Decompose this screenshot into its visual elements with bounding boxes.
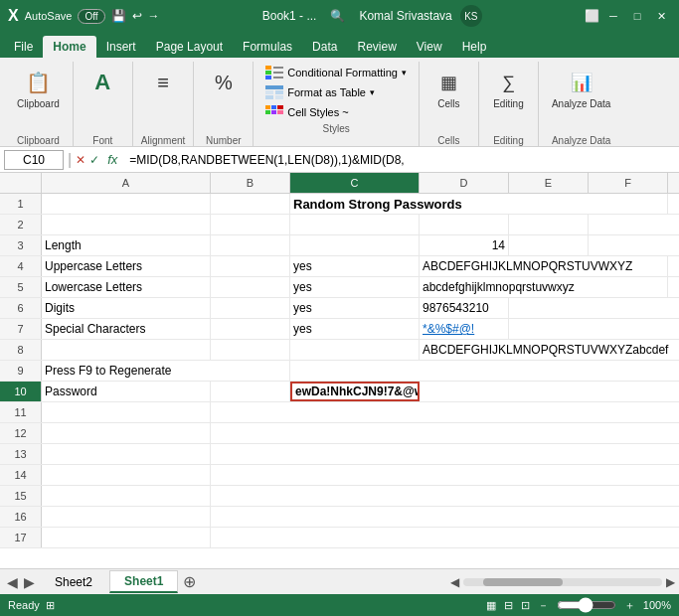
maximize-button[interactable]: □ [627, 6, 647, 26]
cell-a10[interactable]: Password [42, 382, 211, 401]
autosave-toggle[interactable]: Off [78, 9, 104, 24]
tab-review[interactable]: Review [347, 36, 406, 58]
row-num-14[interactable]: 14 [0, 465, 42, 485]
cell-a8[interactable] [42, 340, 211, 360]
horizontal-scroll-right[interactable]: ▶ [666, 575, 675, 589]
cell-a13[interactable] [42, 444, 211, 464]
view-preview-icon[interactable]: ⊡ [521, 599, 530, 612]
cell-c4[interactable]: yes [290, 256, 420, 276]
cell-c3[interactable] [290, 235, 420, 255]
cell-a5[interactable]: Lowercase Letters [42, 277, 211, 297]
format-as-table-button[interactable]: Format as Table ▾ [261, 83, 411, 101]
tab-view[interactable]: View [407, 36, 452, 58]
row-num-2[interactable]: 2 [0, 215, 42, 234]
row-num-9[interactable]: 9 [0, 361, 42, 381]
cell-e3[interactable] [509, 235, 589, 255]
cell-a4[interactable]: Uppercase Letters [42, 256, 211, 276]
cell-a2[interactable] [42, 215, 211, 234]
tab-sheet1[interactable]: Sheet1 [109, 570, 178, 593]
cell-d6[interactable]: 9876543210 [420, 298, 509, 318]
search-icon[interactable]: 🔍 [330, 9, 345, 23]
cell-b6[interactable] [211, 298, 290, 318]
tab-page-layout[interactable]: Page Layout [146, 36, 233, 58]
cell-b1[interactable] [211, 194, 290, 214]
cell-a14[interactable] [42, 465, 211, 485]
row-num-7[interactable]: 7 [0, 319, 42, 339]
save-icon[interactable]: 💾 [111, 9, 126, 23]
horizontal-scroll-left[interactable]: ◀ [450, 575, 459, 589]
col-header-a[interactable]: A [42, 173, 211, 193]
cell-a9[interactable]: Press F9 to Regenerate [42, 361, 290, 381]
row-num-17[interactable]: 17 [0, 528, 42, 547]
cell-a3[interactable]: Length [42, 235, 211, 255]
scrollbar-thumb[interactable] [483, 578, 563, 586]
formula-input[interactable] [125, 153, 675, 167]
cell-d8[interactable]: ABCDEFGHIJKLMNOPQRSTUVWXYZabcdef [420, 340, 679, 360]
cell-a12[interactable] [42, 423, 211, 443]
confirm-formula-icon[interactable]: ✓ [89, 153, 99, 167]
cell-b2[interactable] [211, 215, 290, 234]
cell-a17[interactable] [42, 528, 211, 547]
cell-a6[interactable]: Digits [42, 298, 211, 318]
cell-d7[interactable]: *&%$#@! [420, 319, 509, 339]
cell-a15[interactable] [42, 486, 211, 506]
row-num-16[interactable]: 16 [0, 507, 42, 527]
row-num-8[interactable]: 8 [0, 340, 42, 360]
row-num-5[interactable]: 5 [0, 277, 42, 297]
tab-insert[interactable]: Insert [96, 36, 146, 58]
cell-d4[interactable]: ABCDEFGHIJKLMNOPQRSTUVWXYZ [420, 256, 668, 276]
minimize-button[interactable]: ─ [603, 6, 623, 26]
cell-d3[interactable]: 14 [420, 235, 509, 255]
alignment-button[interactable]: ≡ [142, 64, 184, 101]
cell-c5[interactable]: yes [290, 277, 420, 297]
cell-b10[interactable] [211, 382, 290, 401]
name-box[interactable] [4, 150, 64, 170]
cell-styles-button[interactable]: Cell Styles ~ [261, 103, 411, 121]
cell-c2[interactable] [290, 215, 420, 234]
add-sheet-button[interactable]: ⊕ [178, 572, 201, 591]
col-header-e[interactable]: E [509, 173, 589, 193]
clipboard-button[interactable]: 📋 Clipboard [12, 64, 65, 112]
close-button[interactable]: ✕ [651, 6, 671, 26]
zoom-in-icon[interactable]: ＋ [624, 598, 635, 613]
row-num-13[interactable]: 13 [0, 444, 42, 464]
cell-d5[interactable]: abcdefghijklmnopqrstuvwxyz [420, 277, 668, 297]
cells-button[interactable]: ▦ Cells [427, 64, 469, 112]
cell-c10[interactable]: ewDa!NhkCJN9!7&@wS [290, 382, 420, 401]
tab-home[interactable]: Home [43, 36, 95, 58]
row-num-4[interactable]: 4 [0, 256, 42, 276]
font-button[interactable]: A [82, 64, 123, 101]
analyze-button[interactable]: 📊 Analyze Data [547, 64, 615, 112]
cell-b7[interactable] [211, 319, 290, 339]
col-header-c[interactable]: C [290, 173, 420, 193]
redo-icon[interactable]: → [148, 9, 160, 23]
row-num-12[interactable]: 12 [0, 423, 42, 443]
sheet-nav-left[interactable]: ◀ [4, 574, 21, 590]
row-num-10[interactable]: 10 [0, 382, 42, 401]
tab-formulas[interactable]: Formulas [233, 36, 302, 58]
row-num-3[interactable]: 3 [0, 235, 42, 255]
cell-a7[interactable]: Special Characters [42, 319, 211, 339]
tab-help[interactable]: Help [452, 36, 497, 58]
col-header-g[interactable]: G [668, 173, 679, 193]
cancel-formula-icon[interactable]: ✕ [76, 153, 85, 167]
cell-b3[interactable] [211, 235, 290, 255]
editing-button[interactable]: ∑ Editing [487, 64, 529, 112]
col-header-b[interactable]: B [211, 173, 290, 193]
cell-c8[interactable] [290, 340, 420, 360]
col-header-d[interactable]: D [420, 173, 509, 193]
row-num-6[interactable]: 6 [0, 298, 42, 318]
tab-file[interactable]: File [4, 36, 43, 58]
cell-d2[interactable] [420, 215, 509, 234]
cell-a16[interactable] [42, 507, 211, 527]
row-num-1[interactable]: 1 [0, 194, 42, 214]
row-num-11[interactable]: 11 [0, 402, 42, 422]
ribbon-display-icon[interactable]: ⬜ [585, 9, 599, 23]
row-num-15[interactable]: 15 [0, 486, 42, 506]
cell-b5[interactable] [211, 277, 290, 297]
number-button[interactable]: % [203, 64, 245, 101]
sheet-nav-right[interactable]: ▶ [21, 574, 38, 590]
tab-sheet2[interactable]: Sheet2 [40, 571, 107, 593]
tab-data[interactable]: Data [302, 36, 347, 58]
cell-e2[interactable] [509, 215, 589, 234]
